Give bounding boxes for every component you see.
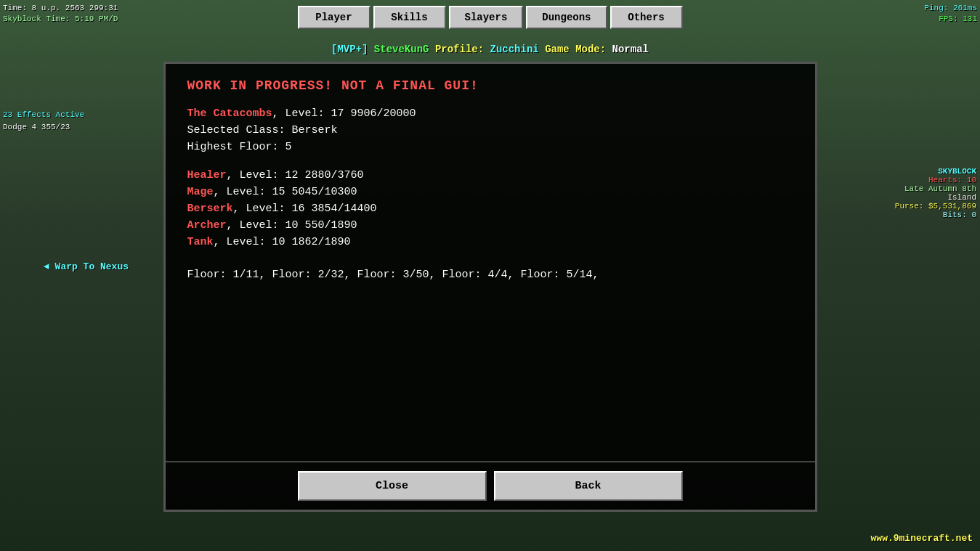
warp-to-nexus[interactable]: ◄ Warp To Nexus [44, 261, 129, 272]
close-button[interactable]: Close [298, 471, 487, 501]
dialog-content: WORK IN PROGRESS! NOT A FINAL GUI! The C… [166, 64, 815, 461]
date-display: Late Autumn 8th [895, 184, 976, 193]
gamemode-value: Normal [612, 44, 649, 55]
hud-skyblock-time: Skyblock Time: 5:19 PM/D [3, 14, 118, 25]
tab-player[interactable]: Player [297, 6, 370, 29]
tank-stats: , Level: 10 1862/1890 [214, 236, 351, 248]
wip-title: WORK IN PROGRESS! NOT A FINAL GUI! [187, 78, 793, 93]
healer-line: Healer, Level: 12 2880/3760 [187, 169, 793, 181]
main-dialog: WORK IN PROGRESS! NOT A FINAL GUI! The C… [163, 62, 817, 512]
berserk-line: Berserk, Level: 16 3854/14400 [187, 203, 793, 215]
ping-value: 261ms [953, 4, 977, 12]
hud-ping: Ping: 261ms [924, 3, 977, 14]
dialog-footer: Close Back [166, 461, 815, 510]
hud-left-effects: 23 Effects Active Dodge 4 355/23 [3, 109, 84, 133]
fps-label: FPS: [939, 15, 957, 23]
ping-label: Ping: [924, 4, 948, 12]
spacer2 [187, 253, 793, 264]
hud-time: Time: 8 u.p. 2563 299:31 [3, 3, 118, 14]
dungeon-name: The Catacombs [187, 107, 272, 120]
tab-skills[interactable]: Skills [373, 6, 445, 29]
berserk-stats: , Level: 16 3854/14400 [233, 203, 377, 215]
tab-dungeons[interactable]: Dungeons [526, 6, 607, 29]
selected-class-line: Selected Class: Berserk [187, 124, 793, 136]
fps-value: 131 [963, 15, 977, 23]
profile-label: Profile: [435, 44, 484, 55]
floors-line: Floor: 1/11, Floor: 2/32, Floor: 3/50, F… [187, 269, 793, 281]
profile-line: [MVP+] SteveKunG Profile: Zucchini Game … [331, 44, 649, 55]
gamemode-label: Game Mode: [545, 44, 606, 55]
dungeon-level: , Level: 17 9906/20000 [272, 107, 416, 120]
highest-floor-line: Highest Floor: 5 [187, 141, 793, 153]
nav-tabs: Player Skills Slayers Dungeons Others [297, 6, 682, 29]
mage-name: Mage [187, 186, 214, 198]
dungeon-line: The Catacombs, Level: 17 9906/20000 [187, 107, 793, 120]
archer-name: Archer [187, 219, 227, 232]
archer-stats: , Level: 10 550/1890 [227, 219, 357, 232]
effects-active: 23 Effects Active [3, 109, 84, 121]
bits-display: Bits: 0 [895, 211, 976, 219]
berserk-name: Berserk [187, 203, 233, 215]
purse-display: Purse: $5,531,869 [895, 202, 976, 211]
mage-line: Mage, Level: 15 5045/10300 [187, 186, 793, 198]
tank-name: Tank [187, 236, 214, 248]
mage-stats: , Level: 15 5045/10300 [214, 186, 357, 198]
dodge-stat: Dodge 4 355/23 [3, 121, 84, 134]
hud-fps: FPS: 131 [924, 14, 977, 25]
tab-slayers[interactable]: Slayers [448, 6, 523, 29]
skyblock-label: SKYBLOCK [895, 167, 976, 176]
spacer1 [187, 158, 793, 169]
mvp-tag: [MVP+] [331, 44, 368, 55]
health-display: Hearts: 10 [895, 176, 976, 184]
hud-right-stats: SKYBLOCK Hearts: 10 Late Autumn 8th Isla… [895, 167, 976, 219]
island-display: Island [895, 193, 976, 202]
hud-top-left: Time: 8 u.p. 2563 299:31 Skyblock Time: … [3, 3, 118, 25]
profile-name: Zucchini [490, 44, 539, 55]
archer-line: Archer, Level: 10 550/1890 [187, 219, 793, 232]
healer-stats: , Level: 12 2880/3760 [227, 169, 364, 181]
healer-name: Healer [187, 169, 227, 181]
username: SteveKunG [374, 44, 429, 55]
back-button[interactable]: Back [494, 471, 683, 501]
tab-others[interactable]: Others [610, 6, 683, 29]
website-watermark: www.9minecraft.net [871, 533, 973, 544]
hud-top-right: Ping: 261ms FPS: 131 [924, 3, 977, 25]
tank-line: Tank, Level: 10 1862/1890 [187, 236, 793, 248]
